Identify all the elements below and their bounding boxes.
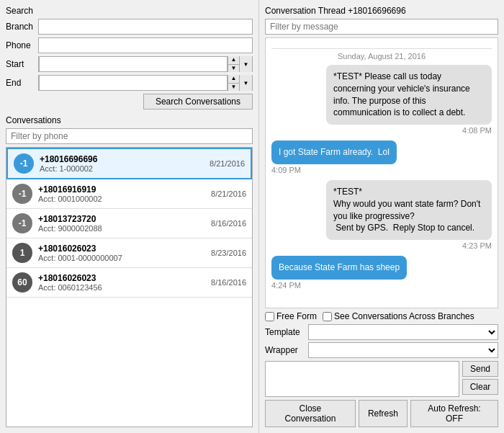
conversation-badge: 1	[12, 243, 32, 263]
conversation-item[interactable]: 60 +18016026023 Acct: 0060123456 8/16/20…	[6, 268, 252, 298]
conversation-phone: +18016916919	[38, 184, 211, 195]
message-wrap: *TEST* Why would you want state farm? Do…	[271, 180, 492, 250]
conversation-acct: Acct: 1-000002	[40, 164, 210, 173]
conversation-badge: -1	[14, 153, 34, 174]
message-wrap: Because State Farm has sheep4:24 PM	[271, 256, 492, 290]
template-row: Template	[265, 324, 498, 340]
search-section: Search Branch Phone Start 7/24/2016 12:0…	[6, 6, 253, 110]
phone-input[interactable]	[38, 37, 253, 53]
search-conversations-button[interactable]: Search Conversations	[143, 94, 253, 110]
see-conversations-label: See Conversations Across Branches	[323, 311, 474, 321]
conversation-item[interactable]: 1 +18016026023 Acct: 0001-0000000007 8/2…	[6, 238, 252, 268]
filter-message-input[interactable]	[265, 19, 498, 35]
template-label: Template	[265, 327, 308, 337]
end-spin-btns: ▲ ▼	[228, 75, 239, 91]
conversation-phone: +18013723720	[38, 214, 211, 224]
conversation-item[interactable]: -1 +18016916919 Acct: 0001000002 8/21/20…	[6, 179, 252, 209]
message-bubble: *TEST* Please call us today concerning y…	[326, 65, 492, 125]
conversation-info: +18016696696 Acct: 1-000002	[40, 154, 210, 173]
conversation-date: 8/23/2016	[211, 249, 246, 257]
conversation-item[interactable]: -1 +18013723720 Acct: 9000002088 8/16/20…	[6, 209, 252, 238]
end-dropdown-btn[interactable]: ▼	[239, 75, 252, 91]
conversation-info: +18016026023 Acct: 0060123456	[38, 273, 211, 292]
end-spin-up[interactable]: ▲	[228, 75, 239, 84]
conversation-acct: Acct: 0001000002	[38, 195, 211, 203]
close-conversation-button[interactable]: Close Conversation	[265, 400, 356, 427]
conversations-label: Conversations	[6, 115, 253, 125]
conversation-phone: +18016026023	[38, 273, 211, 283]
free-form-checkbox[interactable]	[265, 312, 274, 321]
end-datetime-wrapper: 8/24/2016 11:59 PM ▲ ▼ ▼	[38, 75, 253, 91]
conversation-date: 8/16/2016	[211, 219, 246, 228]
start-label: Start	[6, 59, 38, 69]
compose-area: Send Clear	[265, 361, 498, 397]
date-separator: Sunday, August 21, 2016	[271, 48, 492, 61]
free-form-label: Free Form	[265, 311, 317, 321]
send-button[interactable]: Send	[462, 361, 498, 377]
conversation-info: +18016916919 Acct: 0001000002	[38, 184, 211, 203]
conversation-badge: -1	[12, 184, 32, 204]
phone-row: Phone	[6, 37, 253, 53]
start-spin-btns: ▲ ▼	[228, 56, 239, 72]
compose-textarea[interactable]	[265, 361, 459, 397]
conversation-badge: 60	[12, 272, 32, 293]
action-bar: Close Conversation Refresh Auto Refresh:…	[265, 400, 498, 427]
message-time: 4:09 PM	[271, 166, 301, 174]
message-area: Sunday, August 21, 2016*TEST* Please cal…	[265, 37, 498, 308]
conversation-date: 8/21/2016	[210, 159, 245, 168]
branch-row: Branch	[6, 19, 253, 35]
compose-buttons: Send Clear	[462, 361, 498, 397]
start-input[interactable]: 7/24/2016 12:00 AM	[39, 56, 228, 72]
end-spin-down[interactable]: ▼	[228, 84, 239, 91]
conversation-info: +18013723720 Acct: 9000002088	[38, 214, 211, 233]
conversation-badge: -1	[12, 213, 32, 233]
message-wrap: *TEST* Please call us today concerning y…	[271, 65, 492, 135]
start-spin-down[interactable]: ▼	[228, 65, 239, 73]
wrapper-label: Wrapper	[265, 345, 308, 355]
message-wrap: I got State Farm already. Lol4:09 PM	[271, 140, 492, 174]
left-panel: Search Branch Phone Start 7/24/2016 12:0…	[0, 0, 259, 433]
clear-button[interactable]: Clear	[462, 379, 498, 395]
start-dropdown-btn[interactable]: ▼	[239, 56, 252, 72]
search-btn-row: Search Conversations	[6, 94, 253, 110]
conversation-phone: +18016026023	[38, 244, 211, 254]
right-panel: Conversation Thread +18016696696 Sunday,…	[259, 0, 504, 433]
thread-title: Conversation Thread +18016696696	[265, 6, 498, 16]
message-bubble: I got State Farm already. Lol	[271, 140, 397, 164]
conversations-section: Conversations -1 +18016696696 Acct: 1-00…	[6, 115, 253, 427]
refresh-button[interactable]: Refresh	[359, 400, 408, 427]
bottom-controls: Free Form See Conversations Across Branc…	[265, 311, 498, 427]
template-select[interactable]	[308, 324, 498, 340]
conversation-info: +18016026023 Acct: 0001-0000000007	[38, 244, 211, 262]
end-label: End	[6, 78, 38, 88]
conversation-phone: +18016696696	[40, 154, 210, 164]
branch-input[interactable]	[38, 19, 253, 35]
message-time: 4:23 PM	[462, 241, 492, 250]
end-row: End 8/24/2016 11:59 PM ▲ ▼ ▼	[6, 75, 253, 91]
start-spin-up[interactable]: ▲	[228, 56, 239, 65]
wrapper-select[interactable]	[308, 342, 498, 358]
see-conversations-checkbox[interactable]	[323, 312, 332, 321]
conversation-date: 8/16/2016	[211, 278, 246, 287]
conversation-list: -1 +18016696696 Acct: 1-000002 8/21/2016…	[6, 147, 253, 427]
message-bubble: *TEST* Why would you want state farm? Do…	[326, 180, 492, 240]
phone-label: Phone	[6, 40, 38, 50]
conversation-acct: Acct: 0060123456	[38, 283, 211, 292]
branch-label: Branch	[6, 22, 38, 32]
options-row: Free Form See Conversations Across Branc…	[265, 311, 498, 321]
conversation-acct: Acct: 9000002088	[38, 224, 211, 233]
start-row: Start 7/24/2016 12:00 AM ▲ ▼ ▼	[6, 56, 253, 72]
start-datetime-wrapper: 7/24/2016 12:00 AM ▲ ▼ ▼	[38, 56, 253, 72]
wrapper-row: Wrapper	[265, 342, 498, 358]
message-time: 4:24 PM	[271, 281, 301, 290]
end-input[interactable]: 8/24/2016 11:59 PM	[39, 75, 228, 91]
message-bubble: Because State Farm has sheep	[271, 256, 407, 280]
auto-refresh-button[interactable]: Auto Refresh: OFF	[410, 400, 498, 427]
conversation-date: 8/21/2016	[211, 189, 246, 198]
filter-phone-input[interactable]	[6, 128, 253, 144]
search-label: Search	[6, 6, 253, 16]
conversation-item[interactable]: -1 +18016696696 Acct: 1-000002 8/21/2016	[6, 148, 252, 179]
conversation-acct: Acct: 0001-0000000007	[38, 254, 211, 262]
message-time: 4:08 PM	[462, 126, 492, 135]
